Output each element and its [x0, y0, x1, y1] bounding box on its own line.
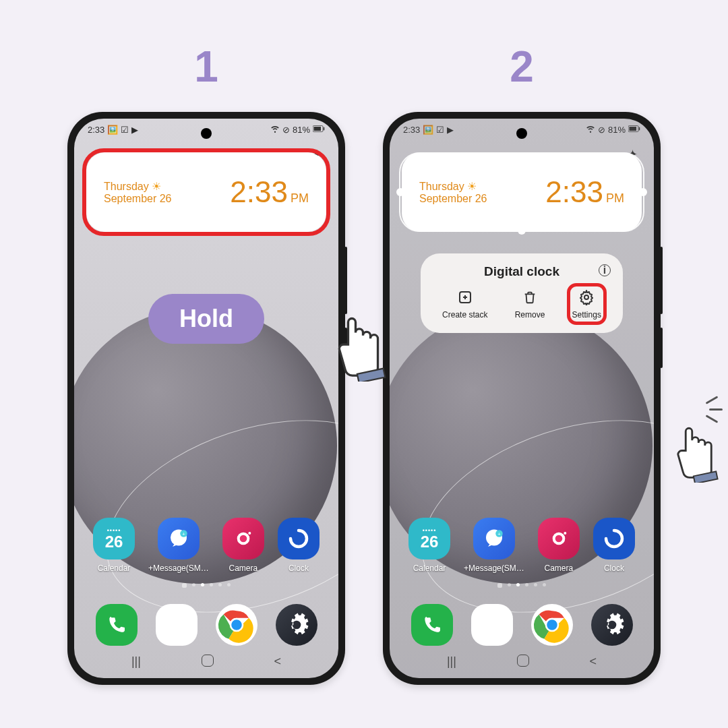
step-2: 2 2:33 🖼️ ☑ ▶ ⊘ 81% [383, 42, 661, 728]
chrome-app[interactable] [216, 604, 257, 646]
recents-button[interactable]: ||| [131, 655, 141, 669]
resize-handle-right[interactable] [639, 188, 647, 196]
hand-cursor-icon [322, 307, 396, 382]
svg-point-25 [564, 532, 566, 535]
svg-point-24 [555, 535, 563, 543]
phone-app[interactable] [96, 604, 138, 646]
widget-menu-popup: Digital clock i Create stack Remove [421, 253, 623, 333]
step-number-2: 2 [510, 42, 534, 92]
camera-notch [201, 128, 212, 139]
plus-square-icon [456, 289, 474, 306]
settings-app[interactable] [276, 604, 317, 646]
volume-button [344, 247, 347, 314]
phone-screen-1: 2:33 🖼️ ☑ ▶ ⊘ 81% ✦ [74, 119, 338, 678]
info-icon[interactable]: i [599, 264, 611, 276]
play-icon: ▶ [131, 125, 138, 135]
message-app[interactable]: + +Message(SM… [148, 518, 209, 573]
app-row: •••••26 Calendar + +Message(SM… Camera C… [74, 518, 338, 573]
chrome-app[interactable] [531, 604, 573, 646]
volume-button [660, 247, 663, 314]
nav-bar: ||| < [390, 650, 654, 673]
svg-rect-1 [324, 127, 325, 131]
no-signal-icon: ⊘ [282, 125, 290, 135]
resize-handle-left[interactable] [396, 188, 404, 196]
highlight-outline [567, 283, 607, 325]
home-app[interactable] [471, 604, 513, 646]
check-icon: ☑ [121, 125, 129, 135]
recents-button[interactable]: ||| [447, 655, 456, 669]
phone-app[interactable] [411, 604, 453, 646]
dock [74, 604, 338, 646]
svg-point-8 [248, 532, 251, 535]
app-row: •••••26Calendar ++Message(SM… Camera Clo… [390, 518, 654, 573]
svg-point-7 [240, 535, 247, 543]
phone-frame-2: 2:33 🖼️ ☑ ▶ ⊘ 81% ✦ [383, 112, 661, 685]
svg-text:+: + [182, 531, 185, 537]
phone-frame-1: 2:33 🖼️ ☑ ▶ ⊘ 81% ✦ [67, 112, 345, 685]
power-button [660, 328, 663, 368]
step-1: 1 2:33 🖼️ ☑ ▶ ⊘ 81% [67, 42, 345, 728]
wifi-icon [270, 124, 280, 135]
hold-label: Hold [148, 294, 264, 344]
calendar-app[interactable]: •••••26 Calendar [93, 518, 135, 573]
popup-title: Digital clock [484, 264, 559, 278]
battery-text: 81% [293, 125, 310, 135]
home-button[interactable] [202, 655, 214, 667]
dock [390, 604, 654, 646]
message-app[interactable]: ++Message(SM… [464, 518, 524, 573]
calendar-app[interactable]: •••••26Calendar [408, 518, 450, 573]
back-button[interactable]: < [274, 655, 282, 669]
status-time: 2:33 [88, 125, 104, 135]
image-icon: 🖼️ [107, 125, 118, 135]
battery-icon [313, 125, 325, 135]
clock-app[interactable]: Clock [278, 518, 320, 573]
nav-bar: ||| < [74, 650, 338, 673]
step-number-1: 1 [194, 42, 218, 92]
settings-app[interactable] [591, 604, 633, 646]
camera-notch [516, 128, 527, 139]
camera-app[interactable]: Camera [222, 518, 264, 573]
resize-handle-bottom[interactable] [518, 226, 526, 235]
phone-screen-2: 2:33 🖼️ ☑ ▶ ⊘ 81% ✦ [390, 119, 654, 678]
home-app[interactable] [156, 604, 198, 646]
page-indicator [390, 583, 654, 588]
clock-app[interactable]: Clock [593, 518, 635, 573]
svg-text:+: + [497, 531, 501, 537]
back-button[interactable]: < [590, 655, 597, 669]
hand-cursor-icon [663, 419, 727, 483]
settings-button[interactable]: Settings [572, 289, 601, 320]
svg-rect-2 [314, 127, 322, 131]
selection-frame[interactable] [399, 152, 644, 232]
create-stack-button[interactable]: Create stack [442, 289, 487, 320]
remove-button[interactable]: Remove [515, 289, 545, 320]
highlight-outline [82, 148, 330, 236]
camera-app[interactable]: Camera [538, 518, 580, 573]
page-indicator [74, 583, 338, 588]
home-button[interactable] [517, 655, 529, 667]
trash-icon [521, 289, 539, 306]
